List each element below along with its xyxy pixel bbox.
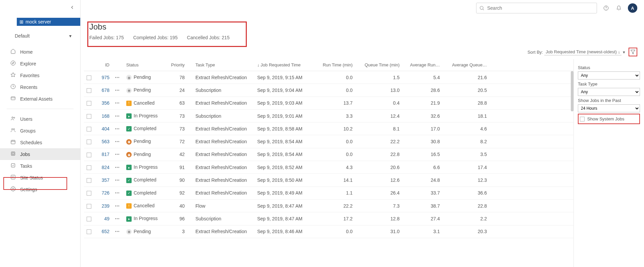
col-priority[interactable]: Priority [164,59,187,71]
col-run[interactable]: Run Time (min) [315,59,355,71]
job-id-link[interactable]: 817 [102,152,109,157]
row-actions-button[interactable]: ⋯ [115,126,120,131]
filter-system-jobs[interactable]: Show System Jobs [578,114,640,124]
job-id-link[interactable]: 563 [102,139,109,144]
sidebar-item-users[interactable]: Users [0,113,80,125]
priority-cell: 73 [164,122,187,135]
job-id-link[interactable]: 726 [102,190,109,196]
row-checkbox[interactable] [87,153,91,157]
col-requested[interactable]: ↓ Job Requested Time [255,59,315,71]
avgrun-cell: 6.6 [402,161,443,174]
sidebar-item-explore[interactable]: Explore [0,58,80,69]
priority-cell: 90 [164,174,187,186]
search-box[interactable] [476,3,597,13]
job-id-link[interactable]: 357 [102,177,109,183]
sort-caret-icon[interactable]: ▾ [623,50,625,55]
svg-point-9 [13,128,15,130]
row-checkbox[interactable] [87,165,91,170]
row-actions-button[interactable]: ⋯ [115,139,120,144]
row-actions-button[interactable]: ⋯ [115,152,120,157]
row-checkbox[interactable] [87,127,91,131]
col-avgqueue[interactable]: Average Queue… [443,59,490,71]
filter-status-select[interactable]: Any [578,71,640,79]
row-checkbox[interactable] [87,114,91,119]
col-id[interactable]: ID [95,59,112,71]
scrollbar[interactable] [571,71,573,111]
sidebar-item-schedules[interactable]: Schedules [0,137,80,148]
job-id-link[interactable]: 652 [102,229,109,234]
job-id-link[interactable]: 356 [102,100,109,106]
status-text: Cancelled [134,100,154,106]
sidebar-item-settings[interactable]: Settings [0,183,80,195]
nav-separator [7,109,74,109]
filter-task-select[interactable]: Any [578,88,640,96]
run-cell: 0.0 [315,71,355,84]
row-checkbox[interactable] [87,88,91,93]
task-cell: Subscription [187,109,255,122]
sidebar-item-tasks[interactable]: Tasks [0,160,80,172]
col-task[interactable]: Task Type [187,59,255,71]
sort-value[interactable]: Job Requested Time (newest-oldest) ↓ [544,49,622,55]
row-actions-button[interactable]: ⋯ [115,216,120,221]
row-actions-button[interactable]: ⋯ [115,113,120,119]
queue-cell: 0.4 [355,97,402,109]
row-actions-button[interactable]: ⋯ [115,190,120,196]
row-checkbox[interactable] [87,191,91,196]
svg-point-0 [11,61,15,65]
notifications-button[interactable] [615,4,623,12]
job-id-link[interactable]: 239 [102,203,109,209]
row-actions-button[interactable]: ⋯ [115,229,120,234]
site-selector[interactable]: Default ▾ [13,31,73,41]
col-avgrun[interactable]: Average Run… [402,59,443,71]
col-queue[interactable]: Queue Time (min) [355,59,402,71]
row-checkbox[interactable] [87,229,91,234]
sidebar-item-groups[interactable]: Groups [0,125,80,137]
status-text: Completed [134,190,156,196]
row-checkbox[interactable] [87,178,91,183]
job-id-link[interactable]: 168 [102,113,109,119]
avgrun-cell: 28.6 [402,84,443,97]
stat-cancelled: Cancelled Jobs: 215 [187,35,230,40]
avgqueue-cell: 17.4 [443,161,490,174]
row-actions-button[interactable]: ⋯ [115,100,120,106]
sidebar-item-home[interactable]: Home [0,46,80,58]
filter-button[interactable] [629,48,637,56]
help-button[interactable] [602,4,610,12]
row-checkbox[interactable] [87,101,91,106]
row-actions-button[interactable]: ⋯ [115,165,120,170]
bell-icon [616,5,622,11]
row-checkbox[interactable] [87,204,91,209]
requested-cell: Sep 9, 2019, 8:47 AM [255,199,315,212]
sidebar-item-site-status[interactable]: Site Status [0,172,80,183]
run-cell: 13.7 [315,97,355,109]
row-actions-button[interactable]: ⋯ [115,177,120,183]
avgrun-cell: 33.7 [402,186,443,199]
job-id-link[interactable]: 678 [102,88,109,93]
sidebar-item-label: Recents [20,85,37,90]
jobs-table: ID Status Priority Task Type ↓ Job Reque… [84,59,573,238]
row-checkbox[interactable] [87,217,91,221]
user-avatar[interactable]: A [628,3,637,13]
col-status[interactable]: Status [124,59,164,71]
row-actions-button[interactable]: ⋯ [115,88,120,93]
row-checkbox[interactable] [87,140,91,144]
search-input[interactable] [487,5,594,11]
status-badge-icon: ▸ [126,165,132,170]
row-actions-button[interactable]: ⋯ [115,203,120,209]
checkbox[interactable] [580,117,585,121]
filter-past-select[interactable]: 24 Hours [578,104,640,112]
job-id-link[interactable]: 824 [102,165,109,170]
sidebar-item-recents[interactable]: Recents [0,81,80,93]
sidebar-item-external-assets[interactable]: External Assets [0,93,80,105]
status-text: Pending [134,152,151,157]
job-id-link[interactable]: 404 [102,126,109,131]
sidebar-item-jobs[interactable]: Jobs [0,148,80,160]
sidebar-item-favorites[interactable]: Favorites [0,69,80,81]
job-id-link[interactable]: 49 [104,216,109,221]
row-checkbox[interactable] [87,75,91,80]
row-actions-button[interactable]: ⋯ [115,75,120,80]
page-header: Jobs Failed Jobs: 175 Completed Jobs: 19… [81,16,644,48]
sidebar-collapse-button[interactable] [0,3,80,11]
sidebar-item-label: Jobs [20,152,30,157]
job-id-link[interactable]: 975 [102,75,109,80]
